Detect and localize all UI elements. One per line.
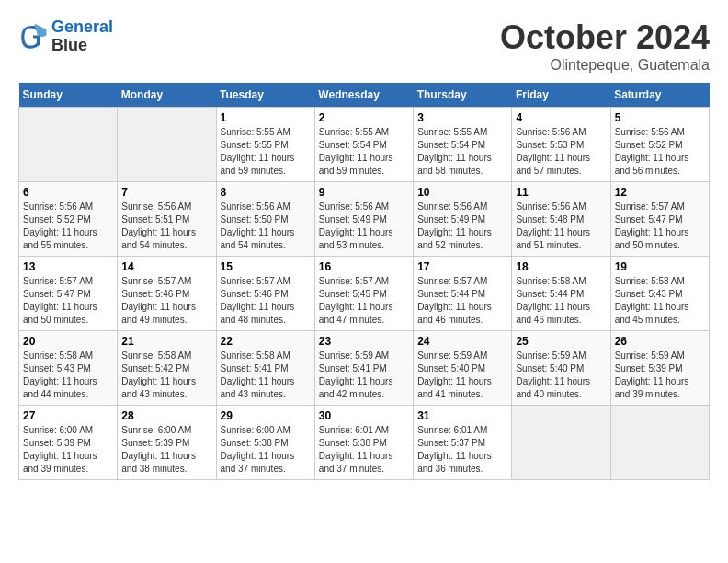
- week-row-3: 13Sunrise: 5:57 AM Sunset: 5:47 PM Dayli…: [19, 257, 710, 331]
- day-info: Sunrise: 5:59 AM Sunset: 5:40 PM Dayligh…: [417, 350, 507, 401]
- day-info: Sunrise: 5:55 AM Sunset: 5:54 PM Dayligh…: [319, 126, 409, 178]
- calendar-cell: [118, 108, 216, 182]
- day-info: Sunrise: 5:56 AM Sunset: 5:53 PM Dayligh…: [516, 126, 606, 178]
- calendar-cell: 8Sunrise: 5:56 AM Sunset: 5:50 PM Daylig…: [216, 182, 314, 257]
- day-info: Sunrise: 5:56 AM Sunset: 5:49 PM Dayligh…: [417, 201, 507, 252]
- day-info: Sunrise: 6:00 AM Sunset: 5:39 PM Dayligh…: [121, 424, 211, 476]
- day-info: Sunrise: 5:55 AM Sunset: 5:54 PM Dayligh…: [417, 126, 507, 178]
- calendar-cell: 23Sunrise: 5:59 AM Sunset: 5:41 PM Dayli…: [314, 331, 413, 406]
- calendar-cell: [512, 406, 610, 480]
- day-number: 7: [121, 186, 211, 199]
- day-info: Sunrise: 5:58 AM Sunset: 5:43 PM Dayligh…: [23, 350, 113, 401]
- day-number: 8: [221, 186, 311, 199]
- week-row-2: 6Sunrise: 5:56 AM Sunset: 5:52 PM Daylig…: [19, 182, 710, 257]
- header-day-tuesday: Tuesday: [216, 83, 314, 108]
- day-number: 9: [319, 186, 409, 199]
- calendar-cell: 5Sunrise: 5:56 AM Sunset: 5:52 PM Daylig…: [610, 108, 709, 182]
- calendar-cell: 1Sunrise: 5:55 AM Sunset: 5:55 PM Daylig…: [216, 108, 314, 182]
- day-number: 20: [23, 335, 113, 348]
- header-day-sunday: Sunday: [19, 83, 118, 108]
- day-number: 23: [319, 335, 409, 348]
- day-number: 25: [516, 335, 606, 348]
- day-number: 21: [121, 335, 211, 348]
- calendar-cell: 28Sunrise: 6:00 AM Sunset: 5:39 PM Dayli…: [118, 406, 216, 480]
- day-number: 30: [319, 409, 409, 422]
- header-day-wednesday: Wednesday: [314, 83, 413, 108]
- logo-icon: [18, 22, 48, 52]
- calendar-cell: 19Sunrise: 5:58 AM Sunset: 5:43 PM Dayli…: [610, 257, 709, 331]
- calendar-cell: 25Sunrise: 5:59 AM Sunset: 5:40 PM Dayli…: [512, 331, 610, 406]
- day-number: 16: [319, 260, 409, 273]
- calendar-body: 1Sunrise: 5:55 AM Sunset: 5:55 PM Daylig…: [19, 108, 710, 480]
- day-number: 5: [615, 111, 705, 124]
- calendar-cell: 22Sunrise: 5:58 AM Sunset: 5:41 PM Dayli…: [216, 331, 314, 406]
- day-info: Sunrise: 5:57 AM Sunset: 5:44 PM Dayligh…: [417, 275, 507, 327]
- calendar-title: October 2024: [500, 18, 710, 57]
- day-info: Sunrise: 5:56 AM Sunset: 5:52 PM Dayligh…: [23, 201, 113, 252]
- calendar-cell: 10Sunrise: 5:56 AM Sunset: 5:49 PM Dayli…: [414, 182, 512, 257]
- calendar-cell: 17Sunrise: 5:57 AM Sunset: 5:44 PM Dayli…: [414, 257, 512, 331]
- day-info: Sunrise: 5:58 AM Sunset: 5:41 PM Dayligh…: [221, 350, 311, 401]
- day-number: 22: [221, 335, 311, 348]
- day-info: Sunrise: 5:57 AM Sunset: 5:46 PM Dayligh…: [121, 275, 211, 327]
- page-header: General Blue October 2024 Olintepeque, G…: [18, 18, 710, 74]
- day-number: 31: [417, 409, 507, 422]
- header-day-saturday: Saturday: [610, 83, 709, 108]
- calendar-cell: 18Sunrise: 5:58 AM Sunset: 5:44 PM Dayli…: [512, 257, 610, 331]
- header-row: SundayMondayTuesdayWednesdayThursdayFrid…: [19, 83, 710, 108]
- day-number: 17: [417, 260, 507, 273]
- day-info: Sunrise: 5:57 AM Sunset: 5:45 PM Dayligh…: [319, 275, 409, 327]
- calendar-header: SundayMondayTuesdayWednesdayThursdayFrid…: [19, 83, 710, 108]
- day-info: Sunrise: 6:00 AM Sunset: 5:39 PM Dayligh…: [23, 424, 113, 476]
- day-info: Sunrise: 5:58 AM Sunset: 5:43 PM Dayligh…: [615, 275, 705, 327]
- logo-blue: Blue: [51, 37, 113, 55]
- calendar-subtitle: Olintepeque, Guatemala: [500, 57, 710, 74]
- calendar-cell: 12Sunrise: 5:57 AM Sunset: 5:47 PM Dayli…: [610, 182, 709, 257]
- header-day-thursday: Thursday: [414, 83, 512, 108]
- day-number: 28: [121, 409, 211, 422]
- day-number: 24: [417, 335, 507, 348]
- calendar-cell: [610, 406, 709, 480]
- calendar-cell: 30Sunrise: 6:01 AM Sunset: 5:38 PM Dayli…: [314, 406, 413, 480]
- day-number: 3: [417, 111, 507, 124]
- day-info: Sunrise: 5:57 AM Sunset: 5:47 PM Dayligh…: [23, 275, 113, 327]
- calendar-cell: 29Sunrise: 6:00 AM Sunset: 5:38 PM Dayli…: [216, 406, 314, 480]
- week-row-1: 1Sunrise: 5:55 AM Sunset: 5:55 PM Daylig…: [19, 108, 710, 182]
- logo: General Blue: [18, 18, 113, 55]
- day-number: 10: [417, 186, 507, 199]
- day-number: 11: [516, 186, 606, 199]
- day-info: Sunrise: 5:59 AM Sunset: 5:39 PM Dayligh…: [615, 350, 705, 401]
- day-info: Sunrise: 5:56 AM Sunset: 5:51 PM Dayligh…: [121, 201, 211, 252]
- day-number: 27: [23, 409, 113, 422]
- calendar-cell: 24Sunrise: 5:59 AM Sunset: 5:40 PM Dayli…: [414, 331, 512, 406]
- day-info: Sunrise: 5:56 AM Sunset: 5:49 PM Dayligh…: [319, 201, 409, 252]
- day-info: Sunrise: 5:55 AM Sunset: 5:55 PM Dayligh…: [221, 126, 311, 178]
- day-number: 1: [221, 111, 311, 124]
- title-block: October 2024 Olintepeque, Guatemala: [500, 18, 710, 74]
- logo-text: General Blue: [51, 18, 113, 55]
- day-number: 2: [319, 111, 409, 124]
- header-day-friday: Friday: [512, 83, 610, 108]
- day-info: Sunrise: 5:57 AM Sunset: 5:47 PM Dayligh…: [615, 201, 705, 252]
- calendar-cell: 4Sunrise: 5:56 AM Sunset: 5:53 PM Daylig…: [512, 108, 610, 182]
- day-info: Sunrise: 6:01 AM Sunset: 5:38 PM Dayligh…: [319, 424, 409, 476]
- calendar-cell: 15Sunrise: 5:57 AM Sunset: 5:46 PM Dayli…: [216, 257, 314, 331]
- day-number: 14: [121, 260, 211, 273]
- calendar-cell: 9Sunrise: 5:56 AM Sunset: 5:49 PM Daylig…: [314, 182, 413, 257]
- day-info: Sunrise: 5:58 AM Sunset: 5:44 PM Dayligh…: [516, 275, 606, 327]
- day-number: 13: [23, 260, 113, 273]
- week-row-5: 27Sunrise: 6:00 AM Sunset: 5:39 PM Dayli…: [19, 406, 710, 480]
- calendar-cell: 7Sunrise: 5:56 AM Sunset: 5:51 PM Daylig…: [118, 182, 216, 257]
- calendar-cell: 26Sunrise: 5:59 AM Sunset: 5:39 PM Dayli…: [610, 331, 709, 406]
- day-number: 29: [221, 409, 311, 422]
- calendar-cell: 11Sunrise: 5:56 AM Sunset: 5:48 PM Dayli…: [512, 182, 610, 257]
- day-info: Sunrise: 5:58 AM Sunset: 5:42 PM Dayligh…: [121, 350, 211, 401]
- calendar-cell: 3Sunrise: 5:55 AM Sunset: 5:54 PM Daylig…: [414, 108, 512, 182]
- logo-general: General: [51, 17, 113, 36]
- week-row-4: 20Sunrise: 5:58 AM Sunset: 5:43 PM Dayli…: [19, 331, 710, 406]
- day-number: 4: [516, 111, 606, 124]
- calendar-cell: 16Sunrise: 5:57 AM Sunset: 5:45 PM Dayli…: [314, 257, 413, 331]
- calendar-cell: 21Sunrise: 5:58 AM Sunset: 5:42 PM Dayli…: [118, 331, 216, 406]
- day-info: Sunrise: 5:59 AM Sunset: 5:41 PM Dayligh…: [319, 350, 409, 401]
- day-info: Sunrise: 5:59 AM Sunset: 5:40 PM Dayligh…: [516, 350, 606, 401]
